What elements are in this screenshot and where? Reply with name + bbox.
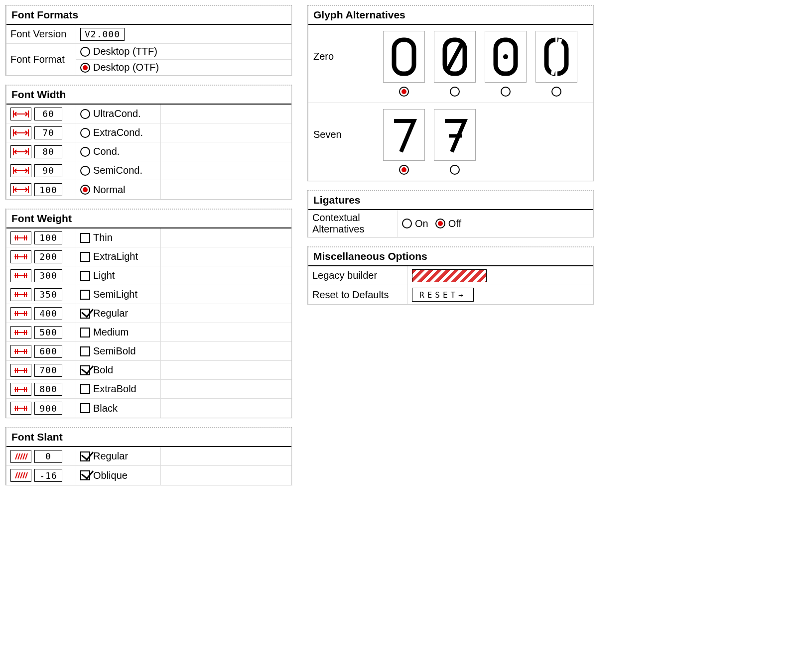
svg-line-68 xyxy=(23,453,25,459)
weight-value-input[interactable]: 400 xyxy=(34,307,62,320)
glyph-zero-option[interactable] xyxy=(383,31,425,83)
weight-value-input[interactable]: 700 xyxy=(34,364,62,377)
svg-point-79 xyxy=(503,54,508,59)
weight-option-label: SemiBold xyxy=(93,345,136,357)
ligatures-radio-off[interactable] xyxy=(435,219,445,228)
glyph-seven-option[interactable] xyxy=(383,109,425,161)
width-radio[interactable] xyxy=(80,166,90,176)
weight-checkbox[interactable] xyxy=(80,271,90,281)
weight-checkbox[interactable] xyxy=(80,290,90,300)
glyph-seven-option[interactable] xyxy=(434,109,476,161)
slant-value-input[interactable]: 0 xyxy=(34,450,62,463)
weight-value-input[interactable]: 350 xyxy=(34,288,62,301)
ligatures-on-label: On xyxy=(415,218,428,229)
weight-option-label: SemiLight xyxy=(93,289,137,300)
reset-button[interactable]: RESET→ xyxy=(412,288,474,302)
weight-icon xyxy=(10,326,31,339)
glyph-seven-radio[interactable] xyxy=(450,165,460,175)
glyph-seven-label: Seven xyxy=(313,109,383,140)
misc-title: Miscellaneous Options xyxy=(308,247,593,266)
font-format-radio-otf[interactable] xyxy=(80,63,90,73)
font-weight-title: Font Weight xyxy=(6,210,291,228)
glyph-zero-option[interactable] xyxy=(535,31,577,83)
width-option-label: UltraCond. xyxy=(93,108,141,119)
weight-option-label: ExtraBold xyxy=(93,383,136,395)
weight-value-input[interactable]: 500 xyxy=(34,326,62,339)
weight-icon xyxy=(10,364,31,377)
weight-option-label: Regular xyxy=(93,308,128,319)
width-option-label: Normal xyxy=(93,184,125,196)
width-icon xyxy=(10,145,31,158)
ligatures-radio-on[interactable] xyxy=(402,219,412,228)
weight-checkbox[interactable] xyxy=(80,309,90,319)
weight-icon xyxy=(10,288,31,301)
width-option-label: Cond. xyxy=(93,146,120,157)
weight-icon xyxy=(10,402,31,415)
glyph-zero-option[interactable] xyxy=(485,31,527,83)
glyph-seven-radio[interactable] xyxy=(399,165,409,175)
width-radio[interactable] xyxy=(80,109,90,119)
width-icon xyxy=(10,108,31,120)
legacy-builder-toggle[interactable] xyxy=(412,269,487,282)
glyph-zero-radio[interactable] xyxy=(501,87,511,97)
glyph-zero-option[interactable] xyxy=(434,31,476,83)
weight-value-input[interactable]: 200 xyxy=(34,250,62,263)
width-radio[interactable] xyxy=(80,128,90,138)
weight-option-label: Bold xyxy=(93,364,113,376)
weight-checkbox[interactable] xyxy=(80,252,90,262)
glyph-zero-label: Zero xyxy=(313,31,383,62)
ligatures-row-label: Contextual Alternatives xyxy=(308,210,398,237)
width-option-label: ExtraCond. xyxy=(93,127,143,138)
slant-icon xyxy=(10,469,31,482)
font-version-input[interactable]: V2.000 xyxy=(80,28,125,41)
weight-checkbox[interactable] xyxy=(80,403,90,413)
slant-value-input[interactable]: -16 xyxy=(34,469,62,482)
font-format-radio-ttf[interactable] xyxy=(80,47,90,57)
font-formats-panel: Font Formats Font Version V2.000 Font Fo… xyxy=(5,5,292,76)
weight-checkbox[interactable] xyxy=(80,365,90,375)
font-version-label: Font Version xyxy=(6,25,76,43)
weight-checkbox[interactable] xyxy=(80,384,90,394)
weight-option-label: Medium xyxy=(93,327,129,338)
glyph-zero-radio[interactable] xyxy=(450,87,460,97)
glyph-alternatives-title: Glyph Alternatives xyxy=(308,6,593,25)
font-format-label: Font Format xyxy=(6,44,76,75)
weight-icon xyxy=(10,269,31,282)
legacy-builder-label: Legacy builder xyxy=(308,266,408,285)
svg-line-80 xyxy=(552,39,560,75)
weight-option-label: Thin xyxy=(93,232,113,243)
weight-icon xyxy=(10,383,31,396)
width-icon xyxy=(10,126,31,139)
width-value-input[interactable]: 80 xyxy=(34,145,62,158)
svg-line-67 xyxy=(20,453,22,459)
weight-icon xyxy=(10,250,31,263)
slant-icon xyxy=(10,450,31,463)
svg-line-65 xyxy=(15,453,17,459)
weight-value-input[interactable]: 100 xyxy=(34,231,62,244)
ligatures-panel: Ligatures Contextual Alternatives On Off xyxy=(307,190,594,237)
width-radio[interactable] xyxy=(80,185,90,195)
svg-line-74 xyxy=(25,472,27,478)
ligatures-title: Ligatures xyxy=(308,191,593,210)
slant-checkbox[interactable] xyxy=(80,470,90,480)
weight-value-input[interactable]: 300 xyxy=(34,269,62,282)
slant-checkbox[interactable] xyxy=(80,451,90,461)
width-icon xyxy=(10,164,31,177)
weight-value-input[interactable]: 900 xyxy=(34,402,62,415)
width-value-input[interactable]: 60 xyxy=(34,108,62,120)
weight-value-input[interactable]: 800 xyxy=(34,383,62,396)
width-value-input[interactable]: 100 xyxy=(34,183,62,196)
width-value-input[interactable]: 90 xyxy=(34,164,62,177)
weight-checkbox[interactable] xyxy=(80,233,90,243)
glyph-zero-radio[interactable] xyxy=(399,87,409,97)
svg-rect-75 xyxy=(394,40,414,74)
weight-checkbox[interactable] xyxy=(80,346,90,356)
width-value-input[interactable]: 70 xyxy=(34,126,62,139)
font-slant-title: Font Slant xyxy=(6,428,291,447)
weight-checkbox[interactable] xyxy=(80,328,90,337)
weight-icon xyxy=(10,345,31,358)
width-radio[interactable] xyxy=(80,147,90,157)
weight-value-input[interactable]: 600 xyxy=(34,345,62,358)
glyph-zero-radio[interactable] xyxy=(551,87,561,97)
glyph-alternatives-panel: Glyph Alternatives Zero Seven xyxy=(307,5,594,181)
